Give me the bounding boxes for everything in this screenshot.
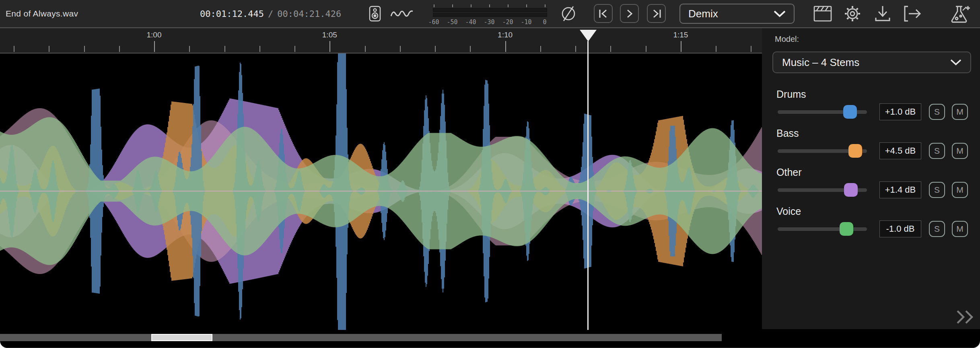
stem-row-voice: Voice -1.0 dB S M <box>762 206 980 244</box>
horizontal-scrollbar-thumb[interactable] <box>151 334 212 341</box>
stem-name: Other <box>776 167 802 178</box>
slider-thumb[interactable] <box>840 222 853 236</box>
ruler-minor-tick <box>84 46 85 52</box>
model-dropdown[interactable]: Music – 4 Stems <box>772 51 971 73</box>
ruler-minor-tick <box>14 46 14 52</box>
lab-flask-icon[interactable] <box>949 0 972 27</box>
stem-row-bass: Bass +4.5 dB S M <box>762 128 980 166</box>
other-mute-button[interactable]: M <box>952 182 968 198</box>
skip-to-end-button[interactable] <box>647 4 666 23</box>
stem-row-other: Other +1.4 dB S M <box>762 167 980 205</box>
meter-bar-right <box>433 13 547 17</box>
time-total: 00:04:21.426 <box>277 9 341 19</box>
time-separator: / <box>268 9 273 19</box>
other-solo-button[interactable]: S <box>929 182 945 198</box>
stem-name: Bass <box>776 128 799 139</box>
bass-solo-button[interactable]: S <box>929 143 945 159</box>
voice-mute-button[interactable]: M <box>952 221 968 237</box>
ruler-minor-tick <box>119 46 120 52</box>
skip-to-start-button[interactable] <box>594 4 613 23</box>
collapse-panel-button[interactable] <box>955 309 975 325</box>
ruler-minor-tick <box>646 46 646 52</box>
playhead-line <box>587 41 589 330</box>
bass-gain-value[interactable]: +4.5 dB <box>879 142 921 159</box>
settings-gear-icon[interactable] <box>842 0 863 27</box>
process-mode-dropdown[interactable]: Demix <box>679 4 795 24</box>
ruler-minor-tick <box>751 46 751 52</box>
ruler-major-tick <box>505 41 506 52</box>
ruler-minor-tick <box>575 46 576 52</box>
ruler-minor-tick <box>224 46 225 52</box>
ruler-major-tick <box>329 41 330 52</box>
slider-track[interactable] <box>778 227 867 231</box>
slider-thumb[interactable] <box>843 105 857 119</box>
ruler-minor-tick <box>470 46 471 52</box>
ruler-time-label: 1:05 <box>322 31 337 39</box>
model-label: Model: <box>775 35 799 44</box>
stem-row-drums: Drums +1.0 dB S M <box>762 89 980 127</box>
ruler-time-label: 1:15 <box>673 31 688 39</box>
ruler-minor-tick <box>435 46 436 52</box>
download-icon[interactable] <box>873 0 892 27</box>
ruler-major-tick <box>154 41 155 52</box>
slider-thumb[interactable] <box>844 183 858 197</box>
other-gain-value[interactable]: +1.4 dB <box>879 181 921 198</box>
drums-mute-button[interactable]: M <box>952 104 968 120</box>
ruler-minor-tick <box>49 46 49 52</box>
clapperboard-icon[interactable] <box>813 0 833 27</box>
ruler-minor-tick <box>365 46 366 52</box>
voice-solo-button[interactable]: S <box>929 221 945 237</box>
meter-scale-label: -40 <box>465 19 476 26</box>
process-mode-value: Demix <box>688 8 774 20</box>
ruler-minor-tick <box>189 46 190 52</box>
meter-scale-label: -60 <box>428 19 439 26</box>
ruler-time-label: 1:00 <box>147 31 162 39</box>
stem-name: Drums <box>776 89 806 100</box>
slider-thumb[interactable] <box>848 144 862 158</box>
meter-scale-label: -50 <box>447 19 457 26</box>
drums-solo-button[interactable]: S <box>929 104 945 120</box>
bass-mute-button[interactable]: M <box>952 143 968 159</box>
waveform-view-icon[interactable] <box>389 0 414 27</box>
horizontal-scrollbar-track[interactable] <box>0 334 722 341</box>
drums-gain-slider[interactable] <box>778 103 867 120</box>
meter-scale-label: -10 <box>521 19 531 26</box>
chevron-down-icon <box>774 10 786 17</box>
double-chevron-right-icon <box>956 310 974 324</box>
meter-ticks <box>433 4 547 7</box>
voice-gain-slider[interactable] <box>778 220 867 237</box>
model-value: Music – 4 Stems <box>782 56 950 69</box>
level-meter: -60-50-40-30-20-100 <box>433 4 547 25</box>
voice-gain-value[interactable]: -1.0 dB <box>879 220 921 237</box>
ruler-minor-tick <box>259 46 260 52</box>
stem-name: Voice <box>776 206 801 217</box>
time-current: 00:01:12.445 <box>200 9 264 19</box>
meter-scale: -60-50-40-30-20-100 <box>433 19 547 27</box>
mute-all-icon[interactable] <box>559 0 578 27</box>
ruler-major-tick <box>681 41 681 52</box>
ruler-minor-tick <box>400 46 401 52</box>
waveform-canvas[interactable] <box>0 54 762 330</box>
chevron-down-icon <box>950 59 961 66</box>
play-button[interactable] <box>620 4 639 23</box>
speaker-icon[interactable] <box>367 0 383 27</box>
ruler-minor-tick <box>610 46 611 52</box>
time-display: 00:01:12.445 / 00:04:21.426 <box>200 0 345 27</box>
file-name: End of Always.wav <box>6 0 78 27</box>
app-window: End of Always.wav 00:01:12.445 / 00:04:2… <box>0 0 980 348</box>
other-gain-slider[interactable] <box>778 181 867 198</box>
drums-gain-value[interactable]: +1.0 dB <box>879 103 921 120</box>
meter-bar-left <box>433 8 547 12</box>
bass-gain-slider[interactable] <box>778 142 867 159</box>
time-ruler[interactable]: 1:001:051:101:15 <box>0 28 762 54</box>
export-icon[interactable] <box>902 0 922 27</box>
waveform-area[interactable] <box>0 54 762 330</box>
meter-scale-label: 0 <box>543 19 546 26</box>
meter-scale-label: -30 <box>484 19 494 26</box>
ruler-minor-tick <box>294 46 295 52</box>
ruler-minor-tick <box>540 46 541 52</box>
playhead-handle[interactable] <box>580 30 597 41</box>
toolbar: End of Always.wav 00:01:12.445 / 00:04:2… <box>0 0 980 28</box>
ruler-minor-tick <box>716 46 716 52</box>
demix-panel: Model: Music – 4 Stems Drums +1.0 dB S M… <box>762 28 980 329</box>
